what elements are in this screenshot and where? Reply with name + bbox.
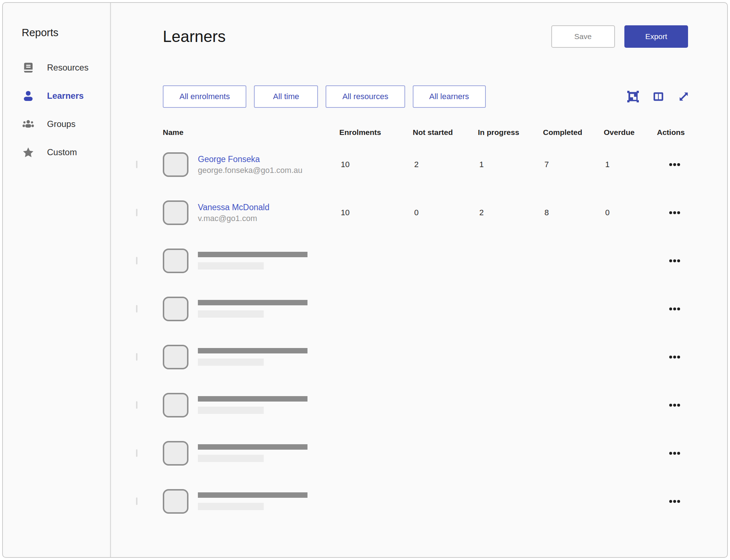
filter-time[interactable]: All time [254, 85, 318, 108]
app-window: Reports Resources Learners [2, 2, 728, 558]
sidebar-item-groups[interactable]: Groups [22, 110, 110, 138]
column-header-enrolments: Enrolments [339, 128, 413, 137]
reports-sidebar: Reports Resources Learners [3, 3, 111, 557]
name-placeholder [198, 252, 307, 257]
not-started-value: 2 [413, 160, 478, 169]
page-title: Learners [163, 27, 226, 46]
row-checkbox[interactable] [136, 449, 137, 457]
name-placeholder [198, 492, 307, 498]
expand-icon[interactable] [678, 91, 689, 102]
column-header-overdue: Overdue [604, 128, 657, 137]
name-placeholder [198, 396, 307, 402]
enrolments-value: 10 [339, 160, 413, 169]
avatar [163, 489, 188, 514]
filter-resources[interactable]: All resources [326, 85, 405, 108]
row-checkbox[interactable] [136, 497, 137, 505]
overdue-value: 1 [604, 160, 657, 169]
in-progress-value: 2 [478, 208, 543, 217]
book-icon [22, 61, 35, 74]
email-placeholder [198, 359, 264, 366]
column-header-in-progress: In progress [478, 128, 543, 137]
table-row: Vanessa McDonald v.mac@go1.com 10 0 2 8 … [136, 188, 688, 237]
view-toolbar [627, 91, 689, 102]
column-header-completed: Completed [543, 128, 604, 137]
email-placeholder [198, 503, 264, 510]
learner-email: george.fonseka@go1.com.au [198, 165, 302, 175]
header-actions: Save Export [551, 25, 688, 48]
email-placeholder [198, 262, 264, 270]
table-row-skeleton [136, 429, 688, 477]
ellipsis-icon[interactable] [657, 140, 688, 188]
page-header: Learners Save Export [136, 25, 688, 48]
columns-icon[interactable] [653, 91, 664, 102]
name-placeholder [198, 348, 307, 353]
filter-enrolments[interactable]: All enrolments [163, 85, 246, 108]
name-placeholder [198, 300, 307, 305]
group-icon [22, 118, 35, 131]
ellipsis-icon[interactable] [657, 188, 688, 237]
table-row-skeleton [136, 285, 688, 333]
name-placeholder [198, 444, 307, 450]
save-button[interactable]: Save [551, 25, 615, 48]
completed-value: 8 [543, 208, 604, 217]
ellipsis-icon[interactable] [657, 429, 688, 477]
ellipsis-icon[interactable] [657, 333, 688, 381]
filter-learners[interactable]: All learners [413, 85, 486, 108]
skeleton-rows [136, 237, 688, 525]
ellipsis-icon[interactable] [657, 237, 688, 285]
completed-value: 7 [543, 160, 604, 169]
row-checkbox[interactable] [136, 161, 137, 168]
email-placeholder [198, 455, 264, 462]
ellipsis-icon[interactable] [657, 381, 688, 429]
email-placeholder [198, 407, 264, 414]
enrolments-value: 10 [339, 208, 413, 217]
sidebar-title: Reports [22, 26, 110, 39]
in-progress-value: 1 [478, 160, 543, 169]
sidebar-nav: Resources Learners G [22, 54, 110, 166]
ellipsis-icon[interactable] [657, 477, 688, 525]
sidebar-item-label: Resources [47, 63, 89, 73]
row-checkbox[interactable] [136, 257, 137, 264]
row-checkbox[interactable] [136, 401, 137, 409]
avatar [163, 297, 188, 321]
sidebar-item-label: Learners [47, 91, 84, 101]
table-row-skeleton [136, 381, 688, 429]
sidebar-item-learners[interactable]: Learners [22, 82, 110, 110]
row-checkbox[interactable] [136, 305, 137, 313]
frame-icon[interactable] [627, 91, 639, 102]
table-row-skeleton [136, 333, 688, 381]
ellipsis-icon[interactable] [657, 285, 688, 333]
avatar [163, 249, 188, 273]
sidebar-item-label: Custom [47, 147, 77, 157]
column-header-not-started: Not started [413, 128, 478, 137]
row-checkbox[interactable] [136, 353, 137, 361]
column-header-actions: Actions [657, 128, 688, 137]
sidebar-item-label: Groups [47, 119, 76, 129]
avatar [163, 393, 188, 417]
column-header-name: Name [163, 128, 339, 137]
sidebar-item-resources[interactable]: Resources [22, 54, 110, 82]
avatar [163, 200, 188, 225]
table-row-skeleton [136, 477, 688, 525]
sidebar-item-custom[interactable]: Custom [22, 138, 110, 166]
avatar [163, 152, 188, 177]
learner-name-link[interactable]: George Fonseka [198, 154, 260, 164]
star-icon [22, 146, 35, 159]
row-checkbox[interactable] [136, 209, 137, 216]
avatar [163, 345, 188, 369]
filter-bar: All enrolments All time All resources Al… [136, 85, 688, 108]
export-button[interactable]: Export [624, 25, 688, 48]
learners-table: Name Enrolments Not started In progress … [136, 124, 688, 525]
table-row: George Fonseka george.fonseka@go1.com.au… [136, 140, 688, 188]
learner-email: v.mac@go1.com [198, 213, 269, 224]
email-placeholder [198, 310, 264, 318]
table-row-skeleton [136, 237, 688, 285]
main-content: Learners Save Export All enrolments All … [111, 3, 727, 557]
learner-name-link[interactable]: Vanessa McDonald [198, 203, 269, 212]
table-header-row: Name Enrolments Not started In progress … [136, 124, 688, 140]
not-started-value: 0 [413, 208, 478, 217]
overdue-value: 0 [604, 208, 657, 217]
avatar [163, 441, 188, 466]
person-icon [22, 89, 35, 102]
